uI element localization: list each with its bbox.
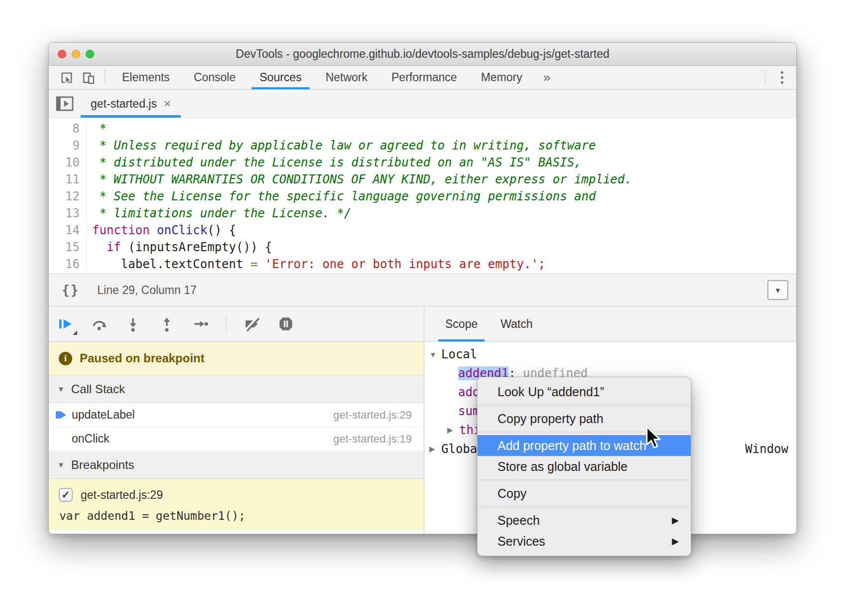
code-text: if (inputsAreEmpty()) { <box>87 239 272 256</box>
line-number[interactable]: 10 <box>49 154 87 171</box>
debug-toolbar-divider <box>226 315 227 333</box>
line-number[interactable]: 16 <box>49 256 87 273</box>
close-window-button[interactable] <box>58 50 66 58</box>
menu-item-speech[interactable]: Speech▶ <box>478 510 691 531</box>
tab-memory[interactable]: Memory <box>469 66 534 89</box>
debugger-left-pane: i Paused on breakpoint ▼ Call Stack upda… <box>49 306 424 534</box>
expand-panel-button[interactable]: ▼ <box>767 280 788 300</box>
breakpoint-code: var addend1 = getNumber1(); <box>49 509 424 522</box>
window-title: DevTools - googlechrome.github.io/devtoo… <box>236 47 609 61</box>
line-number[interactable]: 13 <box>49 205 87 222</box>
chevron-double-icon: » <box>543 70 550 85</box>
step-over-button[interactable] <box>91 315 108 332</box>
more-panels-button[interactable]: » <box>534 66 559 89</box>
file-tab-get-started[interactable]: get-started.js × <box>81 90 181 118</box>
menu-item-label: Add property path to watch <box>497 439 646 453</box>
disclosure-triangle-icon[interactable]: ▶ <box>447 426 459 435</box>
line-number[interactable]: 14 <box>49 222 87 239</box>
tab-label: Watch <box>500 317 532 331</box>
triangle-down-icon: ▼ <box>57 385 65 393</box>
triangle-down-icon: ▼ <box>774 286 782 295</box>
code-token: * distributed under the License is distr… <box>92 155 582 169</box>
tab-performance[interactable]: Performance <box>379 66 469 89</box>
menu-item-look-up-addend1[interactable]: Look Up “addend1” <box>478 381 691 402</box>
step-into-button[interactable] <box>124 315 141 332</box>
line-number[interactable]: 15 <box>49 239 87 256</box>
tab-elements[interactable]: Elements <box>110 66 182 89</box>
breakpoints-header[interactable]: ▼ Breakpoints <box>49 451 424 479</box>
pause-on-exceptions-button[interactable] <box>277 315 294 332</box>
menu-item-label: Store as global variable <box>497 459 627 474</box>
pretty-print-button[interactable]: {} <box>62 283 79 298</box>
toggle-device-toolbar-button[interactable] <box>78 66 100 89</box>
file-tab-bar: get-started.js × <box>49 90 796 118</box>
tab-watch[interactable]: Watch <box>493 306 540 341</box>
line-number[interactable]: 8 <box>49 120 87 137</box>
scope-value: Window <box>745 442 788 456</box>
debug-toolbar <box>49 306 424 342</box>
line-number[interactable]: 9 <box>49 137 87 154</box>
mouse-cursor <box>644 426 662 453</box>
menu-item-label: Copy property path <box>497 412 604 426</box>
code-token: * <box>92 122 107 136</box>
editor-line[interactable]: 14function onClick() { <box>49 222 796 239</box>
disclosure-triangle-icon[interactable]: ▼ <box>429 350 441 359</box>
editor-line[interactable]: 16 label.textContent = 'Error: one or bo… <box>49 256 796 273</box>
menu-item-copy[interactable]: Copy <box>478 483 691 504</box>
code-text: * See the License for the specific langu… <box>87 188 596 205</box>
tab-network[interactable]: Network <box>314 66 379 89</box>
editor-line[interactable]: 10 * distributed under the License is di… <box>49 154 796 171</box>
toolbar-spacer <box>559 66 760 89</box>
tab-label: Memory <box>481 71 522 84</box>
code-token: label.textContent <box>92 257 250 271</box>
tab-scope[interactable]: Scope <box>437 306 486 341</box>
minimize-window-button[interactable] <box>72 50 80 58</box>
resume-button[interactable] <box>57 315 74 332</box>
scope-section-row[interactable]: ▼Local <box>424 345 796 364</box>
window-titlebar[interactable]: DevTools - googlechrome.github.io/devtoo… <box>49 43 796 66</box>
call-stack-header[interactable]: ▼ Call Stack <box>49 375 424 403</box>
close-tab-button[interactable]: × <box>164 98 171 110</box>
info-icon: i <box>59 352 72 365</box>
disclosure-triangle-icon[interactable]: ▶ <box>429 445 441 454</box>
code-editor[interactable]: 8 *9 * Unless required by applicable law… <box>49 118 796 274</box>
line-number[interactable]: 12 <box>49 188 87 205</box>
frame-location: get-started.js:19 <box>333 433 412 446</box>
tab-sources[interactable]: Sources <box>248 66 313 89</box>
breakpoint-entry[interactable]: ✓get-started.js:29var addend1 = getNumbe… <box>49 479 424 530</box>
menu-item-services[interactable]: Services▶ <box>478 531 691 552</box>
editor-line[interactable]: 9 * Unless required by applicable law or… <box>49 137 796 154</box>
zoom-window-button[interactable] <box>86 50 94 58</box>
code-text: * WITHOUT WARRANTIES OR CONDITIONS OF AN… <box>87 171 632 188</box>
editor-line[interactable]: 15 if (inputsAreEmpty()) { <box>49 239 796 256</box>
main-toolbar: ElementsConsoleSourcesNetworkPerformance… <box>49 66 796 90</box>
editor-line[interactable]: 12 * See the License for the specific la… <box>49 188 796 205</box>
line-number[interactable]: 11 <box>49 171 87 188</box>
menu-item-label: Speech <box>497 513 540 528</box>
cursor-position-label: Line 29, Column 17 <box>97 284 196 297</box>
devtools-menu-button[interactable] <box>770 66 793 89</box>
tab-label: Sources <box>259 71 301 84</box>
kebab-icon <box>781 71 783 74</box>
show-navigator-button[interactable] <box>49 90 81 118</box>
deactivate-breakpoints-button[interactable] <box>244 315 260 332</box>
resume-menu-indicator <box>73 330 77 335</box>
active-tab-underline <box>438 339 485 341</box>
code-token: = <box>250 257 257 271</box>
menu-item-store-as-global-variable[interactable]: Store as global variable <box>478 456 691 477</box>
editor-line[interactable]: 13 * limitations under the License. */ <box>49 205 796 222</box>
call-stack-frame[interactable]: onClickget-started.js:19 <box>49 427 424 451</box>
breakpoint-checkbox[interactable]: ✓ <box>59 488 73 502</box>
menu-item-label: Services <box>497 534 545 549</box>
editor-line[interactable]: 11 * WITHOUT WARRANTIES OR CONDITIONS OF… <box>49 171 796 188</box>
step-out-button[interactable] <box>158 315 175 332</box>
call-stack-frame[interactable]: updateLabelget-started.js:29 <box>49 403 424 427</box>
breakpoint-location: get-started.js:29 <box>81 488 163 502</box>
tab-console[interactable]: Console <box>182 66 248 89</box>
code-token: function <box>92 223 150 237</box>
inspect-element-button[interactable] <box>56 66 78 89</box>
step-button[interactable] <box>192 315 209 332</box>
scope-name: Local <box>441 347 477 361</box>
menu-separator <box>478 506 691 507</box>
editor-line[interactable]: 8 * <box>49 120 796 137</box>
